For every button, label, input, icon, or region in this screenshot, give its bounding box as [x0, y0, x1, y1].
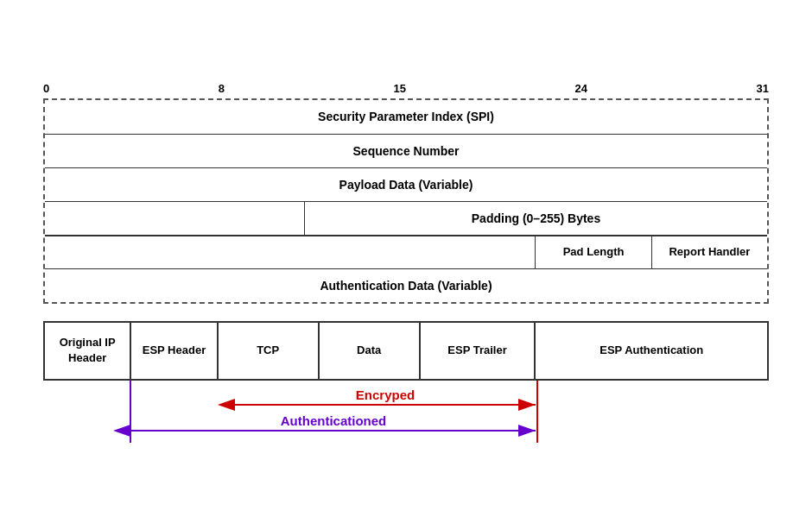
pad-length-field: Pad Length — [536, 236, 651, 268]
arrows-svg: Encryped Authenticationed — [43, 381, 769, 450]
bit-15: 15 — [394, 82, 406, 95]
data-cell: Data — [320, 323, 421, 378]
bit-24: 24 — [575, 82, 587, 95]
packet-diagram: Original IP Header ESP Header TCP Data E… — [43, 321, 769, 380]
pad-report-row: Pad Length Report Handler — [45, 236, 767, 269]
orig-ip-cell: Original IP Header — [45, 323, 131, 378]
arrows-section: Encryped Authenticationed — [43, 381, 769, 450]
esp-trailer-cell: ESP Trailer — [421, 323, 536, 378]
seq-field: Sequence Number — [45, 135, 767, 167]
bit-0: 0 — [43, 82, 49, 95]
bit-ruler: 0 8 15 24 31 — [43, 82, 769, 98]
esp-header-fields: Security Parameter Index (SPI) Sequence … — [43, 98, 769, 304]
padding-outer-row: Padding (0–255) Bytes — [45, 202, 767, 236]
seq-row: Sequence Number — [45, 135, 767, 168]
bit-31: 31 — [757, 82, 769, 95]
payload-row: Payload Data (Variable) — [45, 168, 767, 202]
report-handler-field: Report Handler — [652, 236, 767, 268]
diagram-container: 0 8 15 24 31 Security Parameter Index (S… — [35, 73, 777, 449]
auth-data-field: Authentication Data (Variable) — [45, 269, 767, 302]
svg-text:Encryped: Encryped — [356, 388, 415, 402]
tcp-cell: TCP — [219, 323, 320, 378]
auth-data-row: Authentication Data (Variable) — [45, 269, 767, 302]
padding-field: Padding (0–255) Bytes — [305, 202, 767, 235]
payload-field: Payload Data (Variable) — [45, 168, 767, 201]
spi-field: Security Parameter Index (SPI) — [45, 100, 767, 133]
esp-auth-cell: ESP Authentication — [536, 323, 767, 378]
svg-text:Authenticationed: Authenticationed — [281, 413, 387, 428]
esp-header-cell: ESP Header — [131, 323, 218, 378]
bit-8: 8 — [219, 82, 225, 95]
spi-row: Security Parameter Index (SPI) — [45, 100, 767, 134]
